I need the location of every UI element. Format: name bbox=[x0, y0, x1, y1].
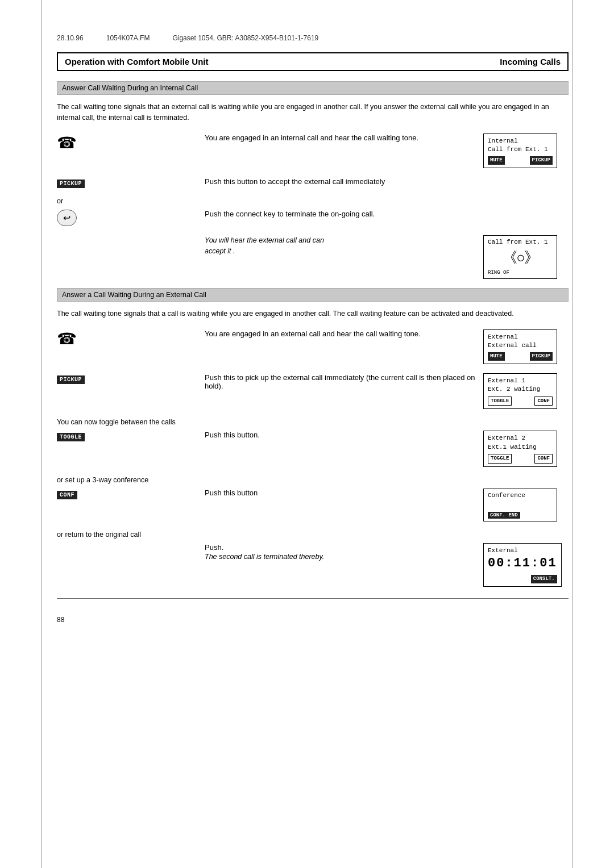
conf-display: Conference CONF. END bbox=[478, 489, 569, 521]
section1-step4: You will hear the external call and can … bbox=[57, 235, 569, 279]
step3-text: Push the connect key to terminate the on… bbox=[205, 210, 478, 226]
section2-step1: ☎ You are engaged in an external call an… bbox=[57, 329, 569, 364]
display3-btn-mute[interactable]: MUTE bbox=[488, 352, 505, 361]
s2-step2-text: Push this to pick up the external call i… bbox=[205, 373, 478, 409]
toggle-step: TOGGLE Push this button. External 2 Ext.… bbox=[57, 431, 569, 466]
display7-time: 00:11:01 bbox=[488, 555, 557, 573]
step4-italic1: You will hear the external call and can bbox=[205, 236, 324, 244]
section2-intro: The call waiting tone signals that a cal… bbox=[57, 308, 569, 319]
display-box-1: Internal Call from Ext. 1 MUTE PICKUP bbox=[483, 133, 557, 168]
header-ref: Gigaset 1054, GBR: A30852-X954-B101-1-76… bbox=[172, 34, 318, 42]
section1-header: Answer Call Waiting During an Internal C… bbox=[57, 81, 569, 95]
return-step: Push. The second call is terminated ther… bbox=[57, 543, 569, 587]
section1-step3: ↩ Push the connect key to terminate the … bbox=[57, 210, 569, 226]
s2-step1-text: You are engaged in an external call and … bbox=[205, 329, 478, 364]
display1-line1: Internal bbox=[488, 137, 553, 145]
step1-icon-area: ☎ bbox=[57, 133, 205, 168]
return-text: Push. The second call is terminated ther… bbox=[205, 543, 478, 587]
step4-text: You will hear the external call and can … bbox=[205, 235, 478, 279]
step4-icon-area bbox=[57, 235, 205, 279]
header-date: 28.10.96 bbox=[57, 34, 84, 42]
doc-header: 28.10.96 1054K07A.FM Gigaset 1054, GBR: … bbox=[57, 34, 569, 42]
pickup-badge-2[interactable]: PICKUP bbox=[57, 375, 85, 384]
display5-line1: External 2 bbox=[488, 434, 553, 443]
step2-text: Push this button to accept the external … bbox=[205, 177, 478, 188]
pickup-badge-1[interactable]: PICKUP bbox=[57, 180, 85, 188]
display-box-5: External 2 Ext.1 waiting TOGGLE CONF bbox=[483, 431, 557, 466]
step2-display-empty bbox=[478, 177, 569, 188]
connect-key-icon[interactable]: ↩ bbox=[57, 210, 77, 226]
display5-btn-toggle[interactable]: TOGGLE bbox=[488, 454, 512, 464]
display5-line2: Ext.1 waiting bbox=[488, 443, 553, 452]
conf-intro: or set up a 3-way conference bbox=[57, 476, 569, 484]
conf-text: Push this button bbox=[205, 489, 478, 521]
page-number: 88 bbox=[57, 616, 569, 624]
phone-icon-1: ☎ bbox=[57, 133, 77, 152]
title-right: Incoming Calls bbox=[500, 57, 561, 66]
display2-line1: Call from Ext. 1 bbox=[488, 239, 553, 245]
step2-badge-area: PICKUP bbox=[57, 177, 205, 188]
conf-badge-area: CONF bbox=[57, 489, 205, 521]
toggle-badge-area: TOGGLE bbox=[57, 431, 205, 466]
display3-line1: External bbox=[488, 333, 553, 341]
section1-step1: ☎ You are engaged in an internal call an… bbox=[57, 133, 569, 168]
display-box-7: External 00:11:01 CONSLT. bbox=[483, 543, 562, 587]
s2-step2-display: External 1 Ext. 2 waiting TOGGLE CONF bbox=[478, 373, 569, 409]
toggle-badge[interactable]: TOGGLE bbox=[57, 433, 85, 441]
conf-badge[interactable]: CONF bbox=[57, 491, 77, 499]
section1-step2: PICKUP Push this button to accept the ex… bbox=[57, 177, 569, 188]
header-file: 1054K07A.FM bbox=[106, 34, 150, 42]
display7-line1: External bbox=[488, 546, 557, 555]
display1-btn-pickup[interactable]: PICKUP bbox=[530, 156, 553, 165]
ring-display: Call from Ext. 1 《○》 RING OF bbox=[483, 235, 557, 279]
return-icon-area bbox=[57, 543, 205, 587]
display6-btn-conf-end[interactable]: CONF. END bbox=[488, 512, 520, 519]
display6-line1: Conference bbox=[488, 492, 553, 499]
step1-display: Internal Call from Ext. 1 MUTE PICKUP bbox=[478, 133, 569, 168]
display5-btn-conf[interactable]: CONF bbox=[534, 454, 553, 464]
display4-line1: External 1 bbox=[488, 377, 553, 385]
or-text-1: or bbox=[57, 197, 569, 205]
title-bar: Operation with Comfort Mobile Unit Incom… bbox=[57, 52, 569, 71]
section1-intro: The call waiting tone signals that an ex… bbox=[57, 102, 569, 123]
bottom-divider bbox=[57, 598, 569, 599]
step3-icon-area: ↩ bbox=[57, 210, 205, 226]
title-left: Operation with Comfort Mobile Unit bbox=[65, 57, 208, 66]
display1-btn-mute[interactable]: MUTE bbox=[488, 156, 505, 165]
step4-display: Call from Ext. 1 《○》 RING OF bbox=[478, 235, 569, 279]
display-box-6: Conference CONF. END bbox=[483, 489, 557, 521]
ring-bottom: RING OF bbox=[488, 270, 553, 276]
section2-step2: PICKUP Push this to pick up the external… bbox=[57, 373, 569, 409]
toggle-intro: You can now toggle between the calls bbox=[57, 418, 569, 426]
toggle-text: Push this button. bbox=[205, 431, 478, 466]
display1-line2: Call from Ext. 1 bbox=[488, 145, 553, 154]
phone-icon-2: ☎ bbox=[57, 329, 77, 348]
display-box-3: External External call MUTE PICKUP bbox=[483, 329, 557, 364]
return-display: External 00:11:01 CONSLT. bbox=[478, 543, 569, 587]
step4-italic2: accept it . bbox=[205, 247, 235, 255]
display4-line2: Ext. 2 waiting bbox=[488, 385, 553, 394]
display3-line2: External call bbox=[488, 341, 553, 350]
step1-text: You are engaged in an internal call and … bbox=[205, 133, 478, 168]
ring-graphic: 《○》 bbox=[488, 245, 553, 270]
s2-step1-display: External External call MUTE PICKUP bbox=[478, 329, 569, 364]
display4-btn-toggle[interactable]: TOGGLE bbox=[488, 397, 512, 406]
s2-step2-badge-area: PICKUP bbox=[57, 373, 205, 409]
s2-step1-icon-area: ☎ bbox=[57, 329, 205, 364]
display3-btn-pickup[interactable]: PICKUP bbox=[530, 352, 553, 361]
display4-btn-conf[interactable]: CONF bbox=[534, 397, 553, 406]
step3-display-empty bbox=[478, 210, 569, 226]
toggle-display: External 2 Ext.1 waiting TOGGLE CONF bbox=[478, 431, 569, 466]
section2-header: Answer a Call Waiting During an External… bbox=[57, 288, 569, 302]
return-desc: Push. bbox=[205, 543, 478, 552]
conf-step: CONF Push this button Conference CONF. E… bbox=[57, 489, 569, 521]
return-italic: The second call is terminated thereby. bbox=[205, 552, 478, 562]
return-intro: or return to the original call bbox=[57, 531, 569, 539]
display-box-4: External 1 Ext. 2 waiting TOGGLE CONF bbox=[483, 373, 557, 409]
display7-btn-conslt[interactable]: CONSLT. bbox=[531, 575, 557, 583]
